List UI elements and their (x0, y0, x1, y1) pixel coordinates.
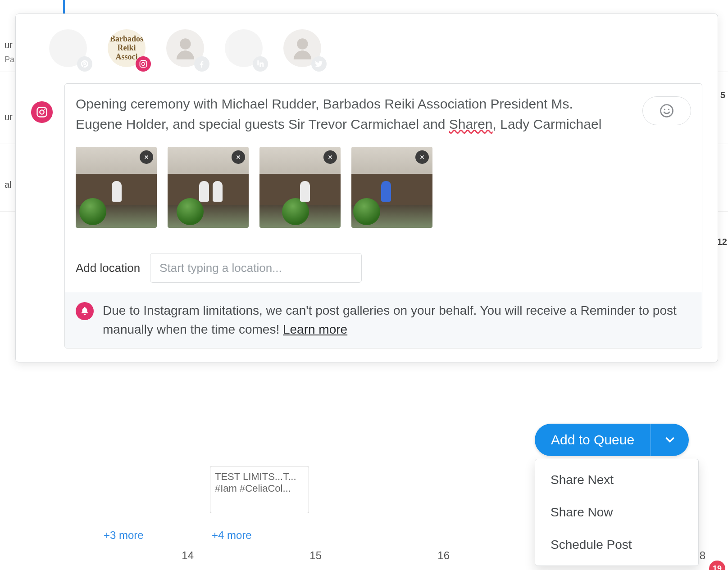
svg-point-9 (664, 109, 665, 110)
share-now-item[interactable]: Share Now (535, 496, 698, 529)
profile-facebook[interactable] (166, 29, 207, 70)
queue-dropdown-menu: Share Next Share Now Schedule Post (535, 459, 699, 566)
svg-point-7 (44, 109, 46, 110)
calendar-row-label: ur (0, 40, 13, 50)
facebook-icon (194, 56, 209, 72)
profile-linkedin[interactable] (225, 29, 265, 70)
add-to-queue-split-button: Add to Queue (535, 424, 689, 456)
close-icon (235, 154, 241, 160)
pinterest-icon (77, 56, 92, 72)
remove-image-button[interactable] (140, 150, 153, 164)
notice-text: Due to Instagram limitations, we can't p… (103, 301, 691, 339)
profile-twitter[interactable] (283, 29, 324, 70)
calendar-date: 16 (355, 549, 463, 562)
event-line-1: TEST LIMITS...T... (215, 471, 304, 483)
remove-image-button[interactable] (323, 150, 337, 164)
calendar-more-link[interactable]: +3 more (104, 529, 144, 542)
linkedin-icon (253, 56, 268, 72)
calendar-date-badge[interactable]: 19 (709, 561, 725, 570)
add-to-queue-button[interactable]: Add to Queue (535, 424, 651, 456)
action-area: Add to Queue Share Next Share Now Schedu… (535, 424, 699, 566)
attachment-thumbnail[interactable] (76, 147, 157, 228)
calendar-event-card[interactable]: TEST LIMITS...T... #Iam #CeliaCol... (210, 466, 309, 513)
smile-icon (659, 103, 675, 119)
attachment-thumbnail[interactable] (259, 147, 341, 228)
profile-pinterest[interactable] (49, 29, 90, 70)
calendar-row-label: al (0, 179, 12, 190)
add-location-label: Add location (76, 261, 140, 275)
remove-image-button[interactable] (232, 150, 245, 164)
profile-instagram[interactable]: Barbados Reiki Associ (108, 29, 148, 70)
queue-dropdown-toggle[interactable] (651, 424, 689, 456)
bell-icon (76, 302, 94, 320)
notice-message: Due to Instagram limitations, we can't p… (103, 303, 677, 336)
twitter-icon (311, 56, 327, 72)
instagram-icon (31, 101, 53, 123)
close-icon (327, 154, 333, 160)
calendar-row-sublabel: Pa (0, 55, 14, 64)
close-icon (419, 154, 425, 160)
svg-point-1 (142, 63, 145, 66)
post-textarea[interactable]: Opening ceremony with Michael Rudder, Ba… (76, 94, 607, 134)
svg-point-10 (668, 109, 669, 110)
share-next-item[interactable]: Share Next (535, 464, 698, 496)
timeline-marker (63, 0, 65, 14)
attachment-thumbnail[interactable] (351, 147, 432, 228)
calendar-side-number: 5 (720, 90, 725, 100)
svg-point-6 (40, 110, 44, 114)
notice-banner: Due to Instagram limitations, we can't p… (65, 292, 702, 348)
calendar-row-label: ur (0, 112, 13, 122)
chevron-down-icon (663, 433, 677, 447)
composer-modal: Barbados Reiki Associ (15, 14, 718, 362)
profile-selector-row: Barbados Reiki Associ (49, 29, 702, 70)
composer: Opening ceremony with Michael Rudder, Ba… (31, 83, 702, 348)
svg-point-8 (661, 105, 673, 117)
calendar-side-number: 12 (717, 237, 727, 247)
emoji-button[interactable] (642, 96, 691, 125)
composer-card: Opening ceremony with Michael Rudder, Ba… (64, 83, 702, 348)
location-row: Add location (76, 253, 691, 283)
learn-more-link[interactable]: Learn more (283, 322, 347, 336)
close-icon (143, 154, 150, 160)
svg-point-4 (297, 38, 308, 49)
location-input[interactable] (150, 253, 362, 283)
svg-point-2 (145, 61, 146, 62)
attachment-thumbnail[interactable] (168, 147, 249, 228)
attachment-thumbnails (76, 147, 691, 228)
post-text-suffix: , Lady Carmichael (493, 117, 602, 131)
post-text-spellerror: Sharen (449, 117, 493, 131)
calendar-date: 14 (99, 549, 207, 562)
event-line-2: #Iam #CeliaCol... (215, 483, 304, 494)
svg-point-3 (180, 38, 191, 49)
calendar-date: 15 (227, 549, 335, 562)
remove-image-button[interactable] (415, 150, 429, 164)
schedule-post-item[interactable]: Schedule Post (535, 529, 698, 561)
calendar-more-link[interactable]: +4 more (212, 529, 252, 542)
instagram-icon (136, 56, 151, 72)
